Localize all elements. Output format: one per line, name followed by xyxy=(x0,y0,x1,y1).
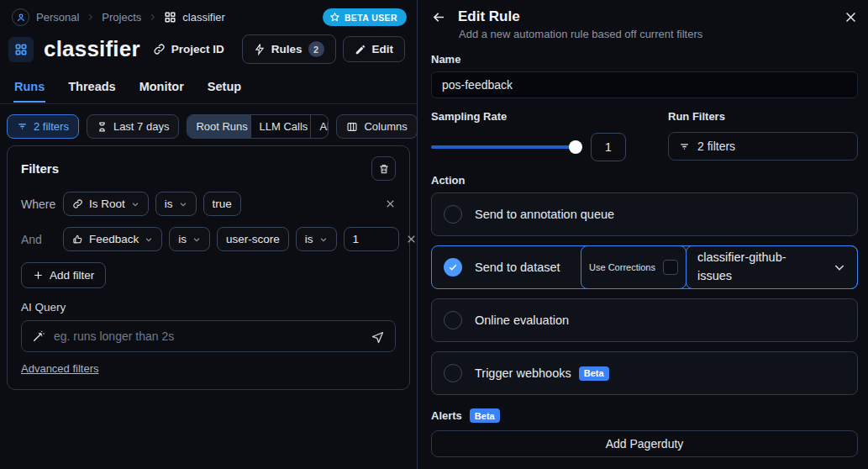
filters-title: Filters xyxy=(21,161,59,176)
send-icon[interactable] xyxy=(371,329,385,344)
tab-threads[interactable]: Threads xyxy=(67,75,116,103)
option-send-to-annotation-queue[interactable]: Send to annotation queue xyxy=(431,192,858,236)
chevron-down-icon xyxy=(131,200,139,208)
remove-filter-icon[interactable] xyxy=(385,198,396,209)
dataset-value: classifier-github-issues xyxy=(697,249,820,286)
project-title-row: classifier Project ID Rules 2 xyxy=(0,26,417,64)
tab-runs[interactable]: Runs xyxy=(13,75,45,103)
conjunction-label: Where xyxy=(21,198,56,211)
use-corrections-checkbox[interactable] xyxy=(663,260,678,275)
filter-field-dropdown[interactable]: Is Root xyxy=(63,192,149,216)
sampling-rate-label: Sampling Rate xyxy=(431,110,648,123)
add-pagerduty-button[interactable]: Add Pagerduty xyxy=(431,430,858,457)
run-filters-label: Run Filters xyxy=(668,110,858,123)
columns-icon xyxy=(346,121,358,133)
chevron-right-icon xyxy=(148,13,157,22)
radio-unchecked[interactable] xyxy=(444,364,462,382)
radio-unchecked[interactable] xyxy=(444,311,462,329)
add-filter-button[interactable]: Add filter xyxy=(21,262,106,288)
dataset-dropdown[interactable]: classifier-github-issues xyxy=(686,245,858,289)
edit-rule-drawer: Edit Rule Add a new automation rule base… xyxy=(418,0,868,469)
ai-query-label: AI Query xyxy=(21,301,396,314)
project-panel: Personal Projects classifier xyxy=(0,0,418,469)
ai-query-input[interactable] xyxy=(54,329,362,343)
remove-filter-icon[interactable] xyxy=(406,234,417,245)
run-type-segmented-control: Root Runs LLM Calls All Runs xyxy=(187,114,329,139)
chevron-down-icon xyxy=(833,261,846,274)
chevron-down-icon xyxy=(179,200,187,208)
edit-button[interactable]: Edit xyxy=(343,36,406,62)
filter-operator2-dropdown[interactable]: is xyxy=(296,227,337,251)
link-icon xyxy=(72,198,83,209)
star-icon xyxy=(329,12,340,23)
rule-name-input[interactable] xyxy=(431,71,858,98)
slider-thumb[interactable] xyxy=(569,140,582,154)
plus-icon xyxy=(33,270,44,281)
trash-icon xyxy=(378,163,390,175)
run-filters-button[interactable]: 2 filters xyxy=(668,132,858,161)
breadcrumb-projects[interactable]: Projects xyxy=(102,11,141,24)
radio-unchecked[interactable] xyxy=(444,205,462,224)
link-icon xyxy=(153,43,166,55)
action-options: Send to annotation queue Send to dataset… xyxy=(431,192,858,395)
pencil-icon xyxy=(355,44,366,55)
clear-filters-button[interactable] xyxy=(371,156,396,181)
sampling-rate-value[interactable]: 1 xyxy=(591,133,626,161)
use-corrections-label: Use Corrections xyxy=(589,262,655,272)
page-title: classifier xyxy=(44,36,140,62)
filter-icon xyxy=(679,141,690,152)
back-arrow-icon[interactable] xyxy=(431,9,447,25)
sampling-rate-slider[interactable] xyxy=(431,140,581,154)
alerts-label: Alerts xyxy=(431,409,462,422)
option-online-evaluation[interactable]: Online evaluation xyxy=(431,298,858,342)
close-icon[interactable] xyxy=(844,10,858,24)
columns-button[interactable]: Columns xyxy=(336,114,417,139)
breadcrumb: Personal Projects classifier xyxy=(12,8,225,26)
name-label: Name xyxy=(431,53,858,66)
chevron-down-icon xyxy=(145,235,153,244)
rules-button[interactable]: Rules 2 xyxy=(242,34,336,64)
filters-count-button[interactable]: 2 filters xyxy=(7,114,79,139)
project-grid-icon xyxy=(8,37,34,62)
filter-row-feedback: And Feedback is user-score xyxy=(21,227,396,251)
filter-field-dropdown[interactable]: Feedback xyxy=(63,227,162,251)
filter-icon xyxy=(17,121,28,132)
left-header: Personal Projects classifier xyxy=(0,0,417,26)
sampling-runfilters-row: Sampling Rate 1 Run Filters 2 filters xyxy=(431,110,858,161)
segment-all-runs[interactable]: All Runs xyxy=(311,115,328,138)
action-label: Action xyxy=(431,174,858,187)
beta-badge: Beta xyxy=(470,408,500,423)
grid-icon xyxy=(164,11,176,24)
date-range-button[interactable]: Last 7 days xyxy=(87,114,180,139)
filter-key[interactable]: user-score xyxy=(217,227,289,251)
option-send-to-dataset[interactable]: Send to dataset Use Corrections classifi… xyxy=(431,245,858,289)
filter-value-input[interactable] xyxy=(344,227,399,251)
filter-operator-dropdown[interactable]: is xyxy=(155,192,197,216)
beta-badge: Beta xyxy=(579,366,609,381)
project-tabs: Runs Threads Monitor Setup xyxy=(0,75,417,103)
tab-setup[interactable]: Setup xyxy=(207,75,242,103)
filter-operator-dropdown[interactable]: is xyxy=(169,227,210,251)
use-corrections-section: Use Corrections xyxy=(581,245,687,289)
option-trigger-webhooks[interactable]: Trigger webhooks Beta xyxy=(431,351,858,395)
alerts-header: Alerts Beta xyxy=(431,408,858,423)
hourglass-icon xyxy=(97,121,108,133)
breadcrumb-personal[interactable]: Personal xyxy=(36,11,79,24)
drawer-title: Edit Rule xyxy=(458,8,520,25)
user-avatar-icon[interactable] xyxy=(12,8,29,26)
filter-value[interactable]: true xyxy=(203,192,241,216)
app: Personal Projects classifier xyxy=(0,0,868,469)
thumbs-up-icon xyxy=(72,234,83,245)
chevron-down-icon xyxy=(192,235,201,244)
segment-llm-calls[interactable]: LLM Calls xyxy=(251,115,312,138)
project-id-button[interactable]: Project ID xyxy=(142,37,235,61)
tab-monitor[interactable]: Monitor xyxy=(139,75,185,103)
rules-count-badge: 2 xyxy=(308,41,324,57)
segment-root-runs[interactable]: Root Runs xyxy=(187,115,250,138)
radio-checked[interactable] xyxy=(444,258,462,277)
conjunction-label: And xyxy=(21,233,56,246)
advanced-filters-link[interactable]: Advanced filters xyxy=(21,362,99,375)
breadcrumb-current[interactable]: classifier xyxy=(164,11,225,24)
filter-row-is-root: Where Is Root is true xyxy=(21,192,396,216)
ai-query-inputbox xyxy=(21,320,396,352)
